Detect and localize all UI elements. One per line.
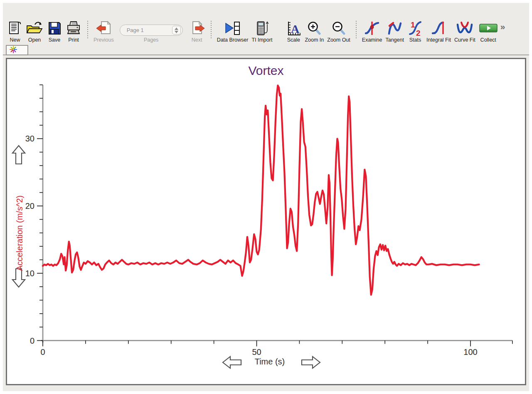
toolbar-button-label: Zoom In — [305, 36, 324, 43]
data-browser-button[interactable]: Data Browser — [217, 19, 249, 44]
collect-icon — [479, 19, 498, 36]
examine-icon — [364, 19, 380, 36]
toolbar-button-label: Open — [28, 36, 41, 43]
toolbar-button-label: Integral Fit — [426, 36, 451, 43]
svg-text:2: 2 — [416, 29, 421, 36]
ti-import-button[interactable]: TI Import — [251, 19, 272, 44]
page-tab[interactable] — [6, 45, 28, 55]
screen: NewOpenSavePrintPreviousPage 1PagesNextD… — [0, 0, 532, 394]
zoom-in-button[interactable]: Zoom In — [305, 19, 324, 44]
next-page-icon — [189, 19, 205, 36]
pages-label: Pages — [144, 37, 158, 43]
x-axis-ticks — [43, 341, 512, 347]
integral-icon — [431, 19, 446, 36]
print-button[interactable]: Print — [65, 19, 82, 44]
print-icon — [65, 19, 82, 36]
previous-page-icon — [95, 19, 112, 36]
toolbar-button-label: Tangent — [385, 36, 404, 43]
svg-text:0: 0 — [30, 336, 34, 345]
y-axis-label[interactable]: Acceleration (m/s^2) — [15, 167, 25, 300]
svg-text:A: A — [291, 22, 300, 35]
toolbar-separator — [211, 21, 212, 38]
toolbar-button-label: Curve Fit — [454, 36, 475, 43]
svg-text:10: 10 — [25, 269, 34, 278]
collect-button[interactable]: Collect — [479, 19, 498, 44]
scale-icon: A — [286, 19, 301, 36]
toolbar-button-label: TI Import — [251, 36, 272, 43]
new-document-icon — [8, 19, 22, 36]
toolbar-button-label: Previous — [94, 36, 114, 43]
toolbar-button-label: Save — [49, 36, 61, 43]
curve-fit-icon — [456, 19, 473, 36]
toolbar-button-label: Collect — [480, 36, 496, 43]
graph-frame: 0501000102030 Vortex Acceleration (m/s^2… — [6, 58, 526, 385]
data-browser-icon — [224, 19, 241, 36]
graph-title[interactable]: Vortex — [7, 64, 525, 78]
curve-fit-button[interactable]: Curve Fit — [454, 19, 475, 44]
svg-text:50: 50 — [252, 347, 261, 357]
pages-control: Page 1Pages — [120, 25, 183, 44]
zoom-in-icon — [306, 19, 322, 36]
ti-import-icon — [254, 19, 269, 36]
starburst-icon — [9, 45, 18, 55]
toolbar-button-label: Stats — [409, 36, 421, 43]
toolbar-separator — [87, 21, 88, 38]
acceleration-trace — [43, 86, 479, 295]
x-axis-label[interactable]: Time (s) — [236, 357, 303, 367]
tangent-icon — [387, 19, 403, 36]
next-button[interactable]: Next — [189, 19, 205, 44]
svg-text:30: 30 — [25, 134, 34, 143]
scroll-up-arrow-icon[interactable] — [12, 146, 25, 164]
toolbar-separator — [356, 21, 357, 38]
acceleration-plot[interactable]: 0501000102030 — [7, 59, 525, 384]
integral-fit-button[interactable]: Integral Fit — [426, 19, 451, 44]
svg-text:20: 20 — [25, 201, 34, 211]
examine-button[interactable]: Examine — [362, 19, 382, 44]
page-stepper[interactable] — [172, 26, 181, 35]
stats-icon: 12 — [407, 19, 423, 36]
scroll-right-arrow-icon[interactable] — [302, 357, 320, 368]
tangent-button[interactable]: Tangent — [385, 19, 404, 44]
toolbar-button-label: Scale — [287, 36, 300, 43]
x-tick-labels: 050100 — [40, 347, 477, 357]
toolbar-button-label: Next — [192, 36, 202, 43]
save-icon — [47, 19, 62, 36]
svg-text:100: 100 — [463, 347, 477, 357]
tab-bar — [3, 44, 529, 55]
open-button[interactable]: Open — [25, 19, 44, 44]
zoom-out-icon — [331, 19, 347, 36]
open-folder-icon — [25, 19, 44, 36]
page-selector-value: Page 1 — [127, 27, 172, 33]
y-tick-labels: 0102030 — [25, 134, 34, 345]
stats-button[interactable]: 12Stats — [407, 19, 423, 44]
zoom-out-button[interactable]: Zoom Out — [327, 19, 350, 44]
page-selector[interactable]: Page 1 — [120, 25, 183, 36]
toolbar-button-label: New — [10, 36, 20, 43]
toolbar-overflow-chevron-icon[interactable]: » — [500, 22, 505, 32]
toolbar-button-label: Print — [68, 36, 79, 43]
y-axis-ticks — [37, 85, 43, 341]
new-button[interactable]: New — [8, 19, 22, 44]
svg-text:1: 1 — [411, 20, 415, 29]
save-button[interactable]: Save — [47, 19, 62, 44]
graph-page: 0501000102030 Vortex Acceleration (m/s^2… — [7, 59, 525, 384]
svg-text:0: 0 — [40, 347, 45, 357]
toolbar-button-label: Data Browser — [217, 36, 249, 43]
scale-button[interactable]: AScale — [286, 19, 301, 44]
toolbar: NewOpenSavePrintPreviousPage 1PagesNextD… — [3, 3, 529, 44]
logger-pro-window: NewOpenSavePrintPreviousPage 1PagesNextD… — [3, 3, 529, 391]
toolbar-button-label: Zoom Out — [327, 36, 350, 43]
previous-button[interactable]: Previous — [94, 19, 114, 44]
toolbar-button-label: Examine — [362, 36, 382, 43]
